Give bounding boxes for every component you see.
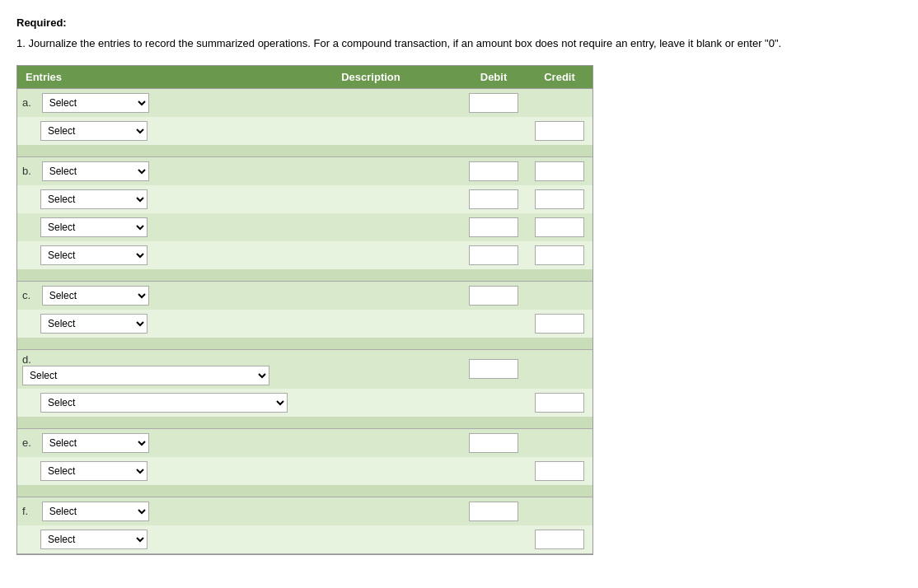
entry-label-a: a. Select xyxy=(17,90,281,116)
debit-b-main xyxy=(461,158,527,184)
entry-row-e-main: e. Select xyxy=(17,429,592,457)
entry-label-b-sub1: Select xyxy=(17,186,281,212)
debit-input-b-sub1[interactable] xyxy=(469,189,518,209)
debit-input-c-main[interactable] xyxy=(469,286,518,306)
select-a-sub[interactable]: Select xyxy=(40,121,148,141)
debit-a-main xyxy=(461,90,527,116)
desc-c-sub xyxy=(281,320,461,327)
credit-b-sub3 xyxy=(527,242,592,268)
debit-input-d-main[interactable] xyxy=(469,359,518,379)
desc-f-main xyxy=(281,508,461,515)
spacer-a xyxy=(17,145,592,156)
select-f-sub[interactable]: Select xyxy=(40,530,148,549)
debit-b-sub1 xyxy=(461,186,527,212)
debit-a-sub xyxy=(461,128,527,134)
spacer-d xyxy=(17,417,592,428)
debit-d-main xyxy=(461,356,527,382)
credit-input-a-sub[interactable] xyxy=(535,121,584,141)
spacer-c xyxy=(17,338,592,349)
entry-label-f: f. Select xyxy=(17,498,281,525)
credit-f-main xyxy=(527,508,592,515)
entry-group-e: e. Select Select xyxy=(17,429,592,497)
credit-a-sub xyxy=(527,118,592,144)
credit-input-b-main[interactable] xyxy=(535,161,584,181)
desc-a-main xyxy=(281,100,461,106)
select-e-main[interactable]: Select xyxy=(42,433,149,453)
desc-d-sub xyxy=(281,399,461,406)
entry-row-b-main: b. Select xyxy=(17,157,592,185)
debit-e-sub xyxy=(461,468,527,474)
credit-b-sub1 xyxy=(527,186,592,212)
credit-input-d-sub[interactable] xyxy=(535,393,584,413)
select-b-sub3[interactable]: Select xyxy=(40,245,148,265)
entry-label-b-sub3: Select xyxy=(17,242,281,268)
entry-label-d: d. Select xyxy=(17,350,281,389)
entry-row-d-main: d. Select xyxy=(17,350,592,389)
entry-label-d-sub: Select xyxy=(17,390,281,416)
select-c-sub[interactable]: Select xyxy=(40,314,148,334)
entry-row-c-main: c. Select xyxy=(17,282,592,310)
credit-e-sub xyxy=(527,458,592,484)
entry-group-b: b. Select Select xyxy=(17,157,592,282)
select-a-main[interactable]: Select xyxy=(42,93,149,113)
credit-input-b-sub1[interactable] xyxy=(535,189,584,209)
credit-input-b-sub3[interactable] xyxy=(535,245,584,265)
debit-input-e-main[interactable] xyxy=(469,433,518,453)
entry-row-a-main: a. Select xyxy=(17,89,592,117)
credit-input-b-sub2[interactable] xyxy=(535,217,584,237)
header-debit: Debit xyxy=(461,66,527,88)
credit-input-e-sub[interactable] xyxy=(535,461,584,481)
debit-c-main xyxy=(461,282,527,309)
entry-label-e: e. Select xyxy=(17,430,281,456)
debit-b-sub3 xyxy=(461,242,527,268)
desc-e-sub xyxy=(281,468,461,474)
debit-input-b-main[interactable] xyxy=(469,161,518,181)
entry-row-f-main: f. Select xyxy=(17,497,592,525)
entry-row-c-sub: Select xyxy=(17,310,592,338)
desc-b-main xyxy=(281,168,461,175)
debit-d-sub xyxy=(461,399,527,406)
debit-input-f-main[interactable] xyxy=(469,502,518,521)
entry-row-b-sub3: Select xyxy=(17,241,592,269)
journal-table: Entries Description Debit Credit a. Sele… xyxy=(16,65,593,555)
credit-input-c-sub[interactable] xyxy=(535,314,584,334)
debit-f-main xyxy=(461,498,527,525)
entry-label-c-sub: Select xyxy=(17,310,281,337)
entry-row-f-sub: Select xyxy=(17,525,592,553)
select-d-sub[interactable]: Select xyxy=(40,393,288,413)
select-e-sub[interactable]: Select xyxy=(40,461,148,481)
entry-row-d-sub: Select xyxy=(17,389,592,417)
entry-group-a: a. Select Select xyxy=(17,89,592,157)
header-description: Description xyxy=(281,66,461,88)
debit-input-b-sub2[interactable] xyxy=(469,217,518,237)
entry-row-b-sub1: Select xyxy=(17,185,592,213)
select-f-main[interactable]: Select xyxy=(42,502,149,521)
entry-group-d: d. Select Select xyxy=(17,350,592,429)
credit-f-sub xyxy=(527,526,592,553)
entry-label-b: b. Select xyxy=(17,158,281,184)
entry-row-b-sub2: Select xyxy=(17,213,592,241)
debit-input-a-main[interactable] xyxy=(469,93,518,113)
select-d-main[interactable]: Select xyxy=(22,366,269,385)
desc-b-sub2 xyxy=(281,224,461,231)
entry-row-e-sub: Select xyxy=(17,457,592,485)
debit-input-b-sub3[interactable] xyxy=(469,245,518,265)
select-b-main[interactable]: Select xyxy=(42,161,149,181)
entry-label-a-sub: Select xyxy=(17,118,281,144)
credit-d-main xyxy=(527,366,592,372)
select-c-main[interactable]: Select xyxy=(42,286,149,306)
spacer-e xyxy=(17,485,592,497)
desc-a-sub xyxy=(281,128,461,134)
required-label: Required: xyxy=(16,16,902,29)
debit-f-sub xyxy=(461,536,527,543)
entry-label-e-sub: Select xyxy=(17,458,281,484)
select-b-sub2[interactable]: Select xyxy=(40,217,148,237)
table-header: Entries Description Debit Credit xyxy=(17,66,592,89)
credit-input-f-sub[interactable] xyxy=(535,530,584,549)
select-b-sub1[interactable]: Select xyxy=(40,189,148,209)
debit-e-main xyxy=(461,430,527,456)
header-entries: Entries xyxy=(17,66,281,88)
credit-d-sub xyxy=(527,390,592,416)
entry-row-a-sub: Select xyxy=(17,117,592,145)
required-section: Required: 1. Journalize the entries to r… xyxy=(16,16,902,52)
